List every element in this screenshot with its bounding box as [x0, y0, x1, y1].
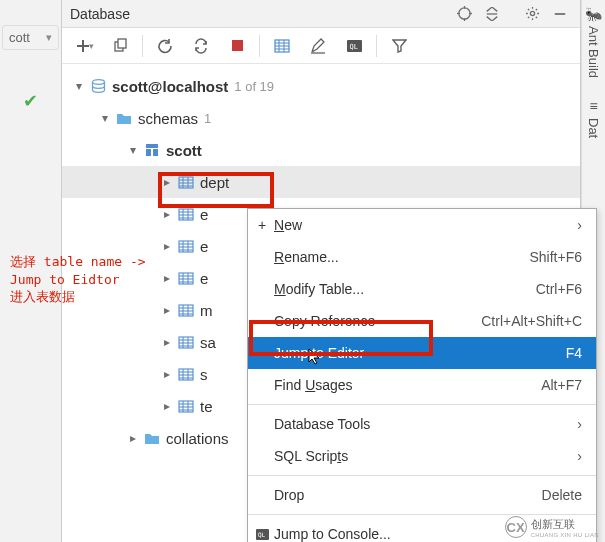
stop-icon[interactable] [223, 32, 251, 60]
table-label: sa [200, 334, 222, 351]
filter-icon[interactable] [385, 32, 413, 60]
svg-rect-25 [153, 149, 158, 156]
chevron-down-icon: ▾ [98, 111, 112, 125]
checkmark-icon: ✔ [0, 90, 61, 112]
menu-drop[interactable]: Drop Delete [248, 479, 596, 511]
tree-connection[interactable]: ▾ scott@localhost 1 of 19 [62, 70, 580, 102]
folder-icon [114, 112, 134, 125]
schema-dropdown[interactable]: cott ▾ [2, 25, 59, 50]
menu-label: ew [284, 217, 302, 233]
rail-ant-build[interactable]: 🐜 Ant Build [585, 6, 602, 78]
schema-icon [142, 143, 162, 158]
menu-separator [248, 475, 596, 476]
menu-label: Drop [274, 487, 542, 503]
table-icon [176, 176, 196, 189]
svg-text:QL: QL [258, 531, 266, 538]
svg-rect-12 [232, 40, 243, 51]
menu-jump-to-editor[interactable]: Jump to Editor F4 [248, 337, 596, 369]
schemas-count: 1 [204, 111, 211, 126]
table-label: m [200, 302, 219, 319]
table-label: e [200, 238, 214, 255]
svg-rect-24 [146, 149, 151, 156]
watermark-brand: 创新互联 [531, 517, 599, 532]
settings-icon[interactable] [520, 2, 544, 26]
target-icon[interactable] [452, 2, 476, 26]
panel-header: Database [62, 0, 580, 28]
chevron-right-icon: ▸ [160, 207, 174, 221]
ant-icon: 🐜 [585, 6, 602, 22]
menu-new[interactable]: + New › [248, 209, 596, 241]
folder-icon [142, 432, 162, 445]
toolbar-separator [376, 35, 377, 57]
chevron-right-icon: ▸ [160, 335, 174, 349]
database-icon [88, 78, 108, 95]
menu-label: odify Table... [286, 281, 364, 297]
annotation-line: Jump to Eidtor [10, 271, 146, 289]
collations-label: collations [166, 430, 235, 447]
tree-schemas[interactable]: ▾ schemas 1 [62, 102, 580, 134]
rail-database[interactable]: ≡ Dat [586, 98, 601, 138]
table-icon [176, 240, 196, 253]
table-icon [176, 304, 196, 317]
toolbar: ▾ QL [62, 28, 580, 64]
chevron-right-icon: ▸ [160, 303, 174, 317]
sync-tool-icon[interactable] [187, 32, 215, 60]
duplicate-icon[interactable] [106, 32, 134, 60]
table-icon [176, 400, 196, 413]
add-icon[interactable]: ▾ [70, 32, 98, 60]
submenu-arrow-icon: › [577, 416, 582, 432]
menu-label: Database Tools [274, 416, 577, 432]
schemas-label: schemas [138, 110, 204, 127]
chevron-right-icon: ▸ [160, 175, 174, 189]
svg-rect-23 [146, 144, 158, 148]
submenu-arrow-icon: › [577, 448, 582, 464]
menu-database-tools[interactable]: Database Tools › [248, 408, 596, 440]
chevron-right-icon: ▸ [126, 431, 140, 445]
table-label: s [200, 366, 214, 383]
chevron-right-icon: ▸ [160, 399, 174, 413]
menu-modify-table[interactable]: Modify Table... Ctrl+F6 [248, 273, 596, 305]
chevron-down-icon: ▾ [126, 143, 140, 157]
cursor-icon [308, 348, 322, 369]
minimize-icon[interactable] [548, 2, 572, 26]
rail-label: Dat [586, 118, 601, 138]
table-view-icon[interactable] [268, 32, 296, 60]
svg-point-6 [530, 11, 534, 15]
menu-rename[interactable]: Rename... Shift+F6 [248, 241, 596, 273]
tree-table-dept[interactable]: ▸ dept [62, 166, 580, 198]
table-label: e [200, 206, 214, 223]
chevron-down-icon: ▾ [46, 31, 52, 44]
menu-label: Copy Reference [274, 313, 481, 329]
schema-label: scott [166, 142, 208, 159]
console-icon[interactable]: QL [340, 32, 368, 60]
menu-find-usages[interactable]: Find Usages Alt+F7 [248, 369, 596, 401]
collapse-icon[interactable] [480, 2, 504, 26]
annotation-line: 进入表数据 [10, 288, 146, 306]
rail-label: Ant Build [586, 26, 601, 78]
table-icon [176, 208, 196, 221]
console-icon: QL [254, 528, 270, 541]
toolbar-separator [259, 35, 260, 57]
menu-sql-scripts[interactable]: SQL Scripts › [248, 440, 596, 472]
chevron-right-icon: ▸ [160, 271, 174, 285]
chevron-right-icon: ▸ [160, 367, 174, 381]
connection-label: scott@localhost [112, 78, 234, 95]
svg-text:QL: QL [349, 43, 357, 51]
panel-title: Database [70, 6, 448, 22]
edit-icon[interactable] [304, 32, 332, 60]
annotation-text: 选择 table name -> Jump to Eidtor 进入表数据 [10, 253, 146, 306]
connection-count: 1 of 19 [234, 79, 274, 94]
refresh-icon[interactable] [151, 32, 179, 60]
table-icon [176, 336, 196, 349]
tree-schema-scott[interactable]: ▾ scott [62, 134, 580, 166]
menu-copy-reference[interactable]: Copy Reference Ctrl+Alt+Shift+C [248, 305, 596, 337]
dropdown-label: cott [9, 30, 30, 45]
menu-separator [248, 514, 596, 515]
toolbar-separator [142, 35, 143, 57]
menu-separator [248, 404, 596, 405]
menu-shortcut: F4 [566, 345, 582, 361]
menu-shortcut: Shift+F6 [529, 249, 582, 265]
annotation-line: 选择 table name -> [10, 253, 146, 271]
svg-point-0 [458, 8, 469, 19]
svg-rect-11 [118, 39, 126, 48]
